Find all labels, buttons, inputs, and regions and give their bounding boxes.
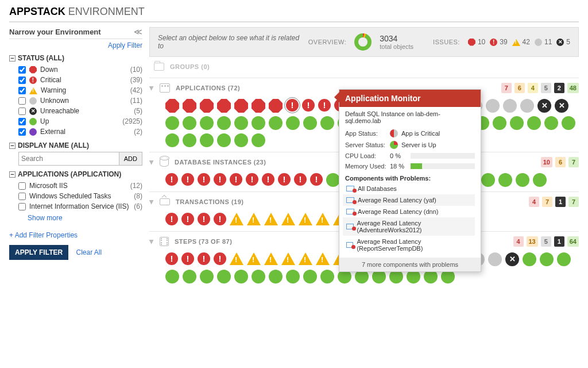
add-button[interactable]: ADD	[119, 152, 142, 166]
problem-component[interactable]: Average Read Latency (AdventureWorks2012…	[343, 217, 475, 236]
status-dot[interactable]	[252, 116, 265, 130]
status-dot[interactable]	[217, 116, 231, 130]
displayname-section-header[interactable]: −DISPLAY NAME (ALL)	[9, 141, 142, 150]
status-dot[interactable]	[217, 270, 231, 283]
status-dot[interactable]	[544, 116, 558, 130]
status-dot[interactable]	[278, 173, 291, 186]
status-dot[interactable]	[181, 252, 194, 265]
status-dot[interactable]	[269, 116, 283, 130]
status-dot[interactable]	[540, 252, 554, 266]
status-dot[interactable]	[510, 116, 524, 130]
status-dot[interactable]	[183, 116, 196, 130]
status-dot[interactable]	[310, 173, 323, 186]
checkbox[interactable]	[18, 108, 26, 115]
status-dot[interactable]	[198, 252, 210, 265]
status-dot[interactable]	[516, 173, 529, 187]
status-dot[interactable]	[320, 270, 334, 283]
groups-row[interactable]: GROUPS (0)	[149, 57, 579, 73]
problem-component[interactable]: Average Read Latency (ReportServerTempDB…	[343, 236, 475, 254]
status-dot[interactable]	[537, 99, 551, 113]
apply-filter-link[interactable]: Apply Filter	[9, 41, 142, 49]
status-dot[interactable]	[165, 252, 178, 265]
status-dot[interactable]	[299, 213, 312, 225]
status-dot[interactable]	[555, 99, 568, 113]
status-dot[interactable]	[198, 213, 210, 225]
status-dot[interactable]	[214, 213, 226, 225]
status-filter-warn[interactable]: Warning(42)	[18, 85, 142, 95]
checkbox[interactable]	[18, 182, 26, 190]
status-dot[interactable]	[247, 252, 261, 265]
status-dot[interactable]	[165, 173, 178, 186]
status-dot[interactable]	[493, 116, 506, 130]
checkbox[interactable]	[18, 87, 26, 94]
status-dot[interactable]	[264, 252, 278, 265]
status-dot[interactable]	[198, 173, 210, 186]
status-dot[interactable]	[486, 99, 500, 113]
show-more-link[interactable]: Show more	[28, 214, 142, 222]
problem-component[interactable]: Average Read Latency (dnn)	[343, 206, 475, 217]
status-dot[interactable]	[217, 99, 231, 113]
status-filter-unr[interactable]: Unreachable(5)	[18, 106, 142, 116]
status-dot[interactable]	[498, 173, 512, 187]
status-dot[interactable]	[320, 116, 334, 130]
status-dot[interactable]	[269, 270, 283, 283]
status-filter-down[interactable]: Down(10)	[18, 64, 142, 75]
status-dot[interactable]	[527, 116, 541, 130]
status-dot[interactable]	[234, 133, 248, 147]
status-dot[interactable]	[214, 252, 226, 265]
status-dot[interactable]	[520, 99, 534, 113]
status-dot[interactable]	[523, 252, 536, 266]
status-dot[interactable]	[252, 99, 265, 113]
status-dot[interactable]	[281, 213, 295, 225]
status-dot[interactable]	[217, 133, 231, 147]
status-dot[interactable]	[562, 116, 575, 130]
problem-component[interactable]: Average Read Latency (yaf)	[343, 194, 475, 206]
status-dot[interactable]	[299, 252, 312, 265]
status-filter-crit[interactable]: Critical(39)	[18, 75, 142, 85]
status-dot[interactable]	[264, 213, 278, 225]
checkbox[interactable]	[18, 203, 26, 210]
checkbox[interactable]	[18, 66, 26, 74]
status-dot[interactable]	[230, 252, 243, 265]
popover-more-link[interactable]: 7 more components with problems	[339, 258, 481, 271]
status-dot[interactable]	[181, 213, 194, 225]
status-dot[interactable]	[165, 213, 178, 225]
status-dot[interactable]	[165, 99, 179, 113]
status-dot[interactable]	[230, 213, 243, 225]
checkbox[interactable]	[18, 97, 26, 105]
status-dot[interactable]	[183, 133, 196, 147]
status-dot[interactable]	[503, 99, 517, 113]
status-dot[interactable]	[252, 133, 265, 147]
checkbox[interactable]	[18, 76, 26, 84]
status-dot[interactable]	[200, 270, 214, 283]
status-dot[interactable]	[165, 133, 179, 147]
status-dot[interactable]	[234, 99, 248, 113]
status-dot[interactable]	[200, 99, 214, 113]
status-dot[interactable]	[481, 173, 495, 187]
status-dot[interactable]	[302, 99, 315, 112]
status-dot[interactable]	[234, 116, 248, 130]
status-filter-ext[interactable]: External(2)	[18, 126, 142, 137]
apply-filter-button[interactable]: APPLY FILTER	[9, 245, 68, 260]
status-filter-unk[interactable]: Unknown(11)	[18, 95, 142, 106]
search-input[interactable]	[18, 152, 119, 166]
status-dot[interactable]	[557, 252, 571, 266]
status-dot[interactable]	[281, 252, 295, 265]
checkbox[interactable]	[18, 193, 26, 200]
status-dot[interactable]	[214, 173, 226, 186]
chevron-down-icon[interactable]: ▶	[149, 239, 155, 244]
status-section-header[interactable]: −STATUS (ALL)	[9, 54, 142, 62]
app-filter[interactable]: Windows Scheduled Tasks(8)	[18, 191, 142, 201]
status-dot[interactable]	[200, 116, 214, 130]
status-dot[interactable]	[234, 270, 248, 283]
checkbox[interactable]	[18, 118, 26, 125]
chevron-down-icon[interactable]: ▶	[149, 86, 155, 90]
status-dot[interactable]	[262, 173, 274, 186]
applications-section-header[interactable]: −APPLICATIONS (APPLICATION)	[9, 170, 142, 178]
status-dot[interactable]	[247, 213, 261, 225]
status-dot[interactable]	[286, 270, 300, 283]
status-dot[interactable]	[269, 99, 283, 113]
status-dot[interactable]	[488, 252, 502, 266]
status-dot[interactable]	[252, 270, 265, 283]
status-dot[interactable]	[200, 133, 214, 147]
